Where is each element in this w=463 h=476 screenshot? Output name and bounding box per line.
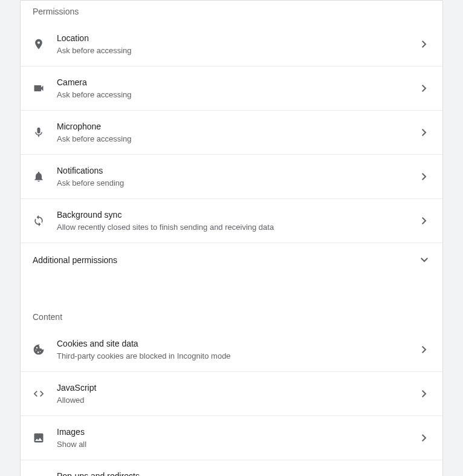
popups-text: Pop-ups and redirects Blocked	[57, 470, 418, 476]
additional-permissions-row[interactable]: Additional permissions	[21, 243, 442, 277]
notifications-text: Notifications Ask before sending	[57, 165, 418, 189]
popups-title: Pop-ups and redirects	[57, 470, 418, 476]
code-icon	[33, 388, 57, 400]
background-sync-subtitle: Allow recently closed sites to finish se…	[57, 222, 418, 233]
location-subtitle: Ask before accessing	[57, 45, 418, 56]
images-title: Images	[57, 426, 418, 438]
javascript-subtitle: Allowed	[57, 395, 418, 406]
chevron-right-icon	[418, 41, 430, 48]
microphone-subtitle: Ask before accessing	[57, 134, 418, 145]
location-row[interactable]: Location Ask before accessing	[21, 22, 442, 66]
javascript-title: JavaScript	[57, 382, 418, 394]
settings-panel: Permissions Location Ask before accessin…	[20, 0, 443, 476]
cookies-row[interactable]: Cookies and site data Third-party cookie…	[21, 328, 442, 371]
microphone-text: Microphone Ask before accessing	[57, 120, 418, 145]
cookies-title: Cookies and site data	[57, 337, 418, 350]
background-sync-title: Background sync	[57, 209, 418, 221]
additional-permissions-title: Additional permissions	[33, 255, 418, 265]
chevron-right-icon	[418, 346, 430, 353]
microphone-row[interactable]: Microphone Ask before accessing	[21, 110, 442, 154]
chevron-right-icon	[418, 173, 430, 180]
content-header: Content	[21, 301, 442, 328]
images-text: Images Show all	[57, 426, 418, 450]
permissions-header: Permissions	[21, 1, 442, 22]
chevron-right-icon	[418, 390, 430, 397]
notifications-row[interactable]: Notifications Ask before sending	[21, 154, 442, 198]
background-sync-row[interactable]: Background sync Allow recently closed si…	[21, 198, 442, 243]
camera-title: Camera	[57, 76, 418, 88]
notifications-subtitle: Ask before sending	[57, 178, 418, 189]
javascript-row[interactable]: JavaScript Allowed	[21, 371, 442, 416]
notifications-icon	[33, 171, 57, 183]
microphone-title: Microphone	[57, 120, 418, 132]
chevron-down-icon	[418, 258, 430, 262]
location-icon	[33, 38, 57, 50]
background-sync-text: Background sync Allow recently closed si…	[57, 209, 418, 233]
camera-subtitle: Ask before accessing	[57, 90, 418, 100]
camera-row[interactable]: Camera Ask before accessing	[21, 66, 442, 110]
notifications-title: Notifications	[57, 165, 418, 177]
images-row[interactable]: Images Show all	[21, 416, 442, 460]
section-gap	[21, 277, 442, 301]
popups-row[interactable]: Pop-ups and redirects Blocked	[21, 460, 442, 476]
cookies-text: Cookies and site data Third-party cookie…	[57, 337, 418, 362]
chevron-right-icon	[418, 434, 430, 442]
javascript-text: JavaScript Allowed	[57, 382, 418, 406]
cookies-subtitle: Third-party cookies are blocked in Incog…	[57, 351, 418, 362]
camera-icon	[33, 82, 57, 94]
chevron-right-icon	[418, 129, 430, 136]
location-text: Location Ask before accessing	[57, 32, 418, 56]
images-subtitle: Show all	[57, 439, 418, 450]
chevron-right-icon	[418, 85, 430, 92]
chevron-right-icon	[418, 217, 430, 224]
image-icon	[33, 432, 57, 444]
location-title: Location	[57, 32, 418, 44]
sync-icon	[33, 215, 57, 227]
cookie-icon	[33, 344, 57, 356]
microphone-icon	[33, 126, 57, 139]
camera-text: Camera Ask before accessing	[57, 76, 418, 100]
